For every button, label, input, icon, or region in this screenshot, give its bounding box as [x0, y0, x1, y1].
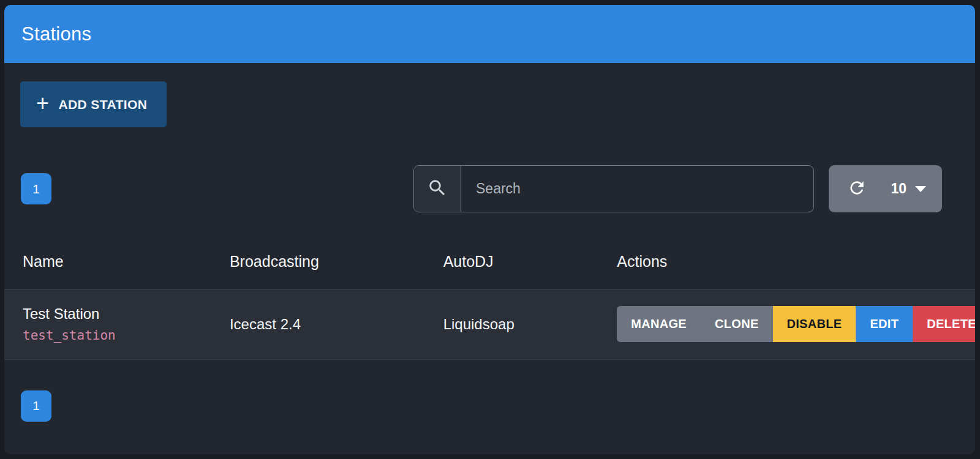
- add-station-label: ADD STATION: [58, 97, 147, 112]
- cell-name: Test Station test_station: [4, 289, 215, 360]
- per-page-dropdown[interactable]: 10: [891, 181, 926, 197]
- cell-actions: MANAGE CLONE DISABLE EDIT DELETE: [602, 289, 975, 360]
- clone-button[interactable]: CLONE: [701, 306, 773, 342]
- delete-button[interactable]: DELETE: [913, 306, 975, 342]
- search-prepend: [414, 166, 461, 212]
- cell-broadcasting: Icecast 2.4: [215, 289, 429, 360]
- bottom-pagination: 1: [4, 390, 975, 422]
- per-page-value: 10: [891, 181, 907, 197]
- stations-table: Name Broadcasting AutoDJ Actions Test St…: [4, 239, 975, 360]
- pagination-page-1-top[interactable]: 1: [21, 173, 51, 204]
- search-input[interactable]: [461, 166, 813, 212]
- toolbar: 1: [19, 165, 960, 212]
- plus-icon: +: [36, 92, 49, 114]
- stations-card: Stations + ADD STATION 1: [4, 5, 975, 454]
- add-station-button[interactable]: + ADD STATION: [20, 81, 167, 127]
- pagination-page-1-bottom[interactable]: 1: [21, 390, 51, 422]
- column-header-broadcasting: Broadcasting: [215, 239, 429, 289]
- edit-button[interactable]: EDIT: [856, 306, 913, 342]
- search-group: [413, 165, 814, 212]
- page-title: Stations: [21, 23, 91, 45]
- table-header-row: Name Broadcasting AutoDJ Actions: [4, 239, 975, 289]
- column-header-actions: Actions: [602, 239, 975, 289]
- column-header-autodj: AutoDJ: [429, 239, 603, 289]
- column-header-name: Name: [4, 239, 215, 289]
- cell-autodj: Liquidsoap: [429, 289, 603, 360]
- card-body: + ADD STATION 1: [4, 63, 975, 212]
- search-icon: [427, 177, 448, 201]
- station-name: Test Station: [23, 304, 200, 324]
- station-shortname: test_station: [23, 327, 200, 344]
- disable-button[interactable]: DISABLE: [773, 306, 856, 342]
- manage-button[interactable]: MANAGE: [617, 306, 701, 342]
- refresh-button[interactable]: [847, 178, 867, 200]
- per-page-group: 10: [829, 165, 942, 212]
- refresh-icon: [847, 178, 867, 200]
- table-row: Test Station test_station Icecast 2.4 Li…: [4, 289, 975, 360]
- chevron-down-icon: [915, 186, 926, 192]
- row-actions-group: MANAGE CLONE DISABLE EDIT DELETE: [617, 306, 975, 342]
- card-header: Stations: [4, 5, 975, 63]
